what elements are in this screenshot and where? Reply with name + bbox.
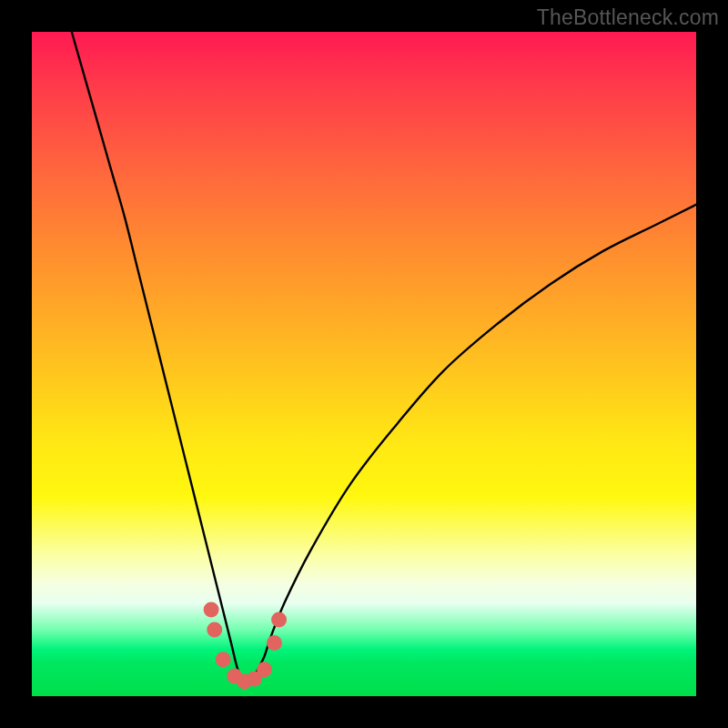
data-marker bbox=[216, 652, 231, 667]
bottleneck-curve bbox=[72, 32, 696, 684]
data-marker bbox=[257, 662, 272, 677]
data-marker bbox=[267, 635, 282, 651]
watermark-text: TheBottleneck.com bbox=[537, 5, 719, 30]
plot-area bbox=[32, 32, 696, 696]
data-marker bbox=[204, 602, 219, 618]
curve-layer bbox=[72, 32, 696, 684]
data-marker bbox=[207, 622, 222, 638]
data-marker bbox=[271, 612, 287, 628]
chart-svg bbox=[32, 32, 696, 696]
chart-frame: TheBottleneck.com bbox=[0, 0, 728, 728]
marker-layer bbox=[204, 602, 287, 690]
